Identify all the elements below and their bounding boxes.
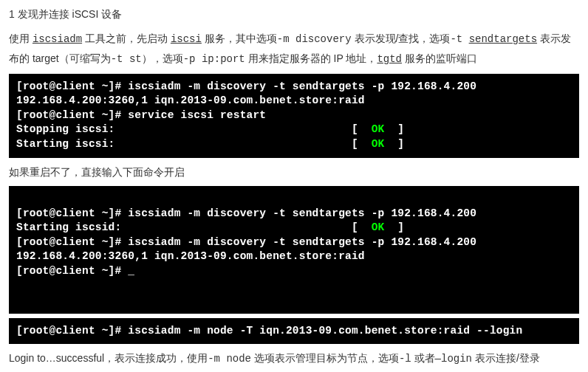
text: 表示发现/查找，选项 <box>352 32 451 44</box>
text: 工具之前，先启动 <box>82 32 171 44</box>
term-line: [root@client ~]# iscsiadm -m discovery -… <box>16 80 476 92</box>
cmd-iscsi: iscsi <box>171 33 202 45</box>
svc-tgtd: tgtd <box>377 53 402 65</box>
text: Login to…successful，表示连接成功，使用 <box>9 352 208 364</box>
term-line: ] <box>385 123 405 135</box>
opt-t-st: -t st <box>111 53 142 65</box>
status-ok: OK <box>372 221 385 233</box>
term-line <box>16 280 23 292</box>
text: 用来指定服务器的 IP 地址， <box>245 52 377 64</box>
text: 或者 <box>411 352 435 364</box>
term-line <box>16 193 23 204</box>
opt-sendtargets: sendtargets <box>469 33 537 45</box>
term-line: [root@client ~]# service iscsi restart <box>16 109 266 121</box>
term-line: ] <box>385 138 405 150</box>
opt-m-discovery: -m discovery <box>277 33 352 45</box>
opt-p-ipport: -p ip:port <box>183 53 245 65</box>
text: 服务的监听端口 <box>402 52 477 64</box>
opt-m-node: -m node <box>208 353 251 365</box>
terminal-block-3: [root@client ~]# iscsiadm -m node -T iqn… <box>9 318 579 345</box>
term-line: 192.168.4.200:3260,1 iqn.2013-09.com.ben… <box>16 250 365 262</box>
intro-paragraph: 使用 iscsiadm 工具之前，先启动 iscsi 服务，其中选项-m dis… <box>9 29 579 69</box>
opt-t: -t <box>450 33 468 45</box>
status-ok: OK <box>372 123 385 135</box>
term-line: [root@client ~]# _ <box>16 265 134 277</box>
mid-note: 如果重启不了，直接输入下面命令开启 <box>9 162 579 182</box>
footer-paragraph: Login to…successful，表示连接成功，使用-m node 选项表… <box>9 348 579 369</box>
text: 服务，其中选项 <box>202 32 277 44</box>
term-line: ] <box>385 221 405 233</box>
terminal-block-1: [root@client ~]# iscsiadm -m discovery -… <box>9 74 579 158</box>
text: 选项表示管理目标为节点，选项 <box>251 352 399 364</box>
text: ），选项 <box>142 52 183 64</box>
term-line: [root@client ~]# iscsiadm -m discovery -… <box>16 236 476 248</box>
cmd-iscsiadm: iscsiadm <box>33 33 82 45</box>
term-line: Stopping iscsi: [ <box>16 123 372 135</box>
term-line: [root@client ~]# iscsiadm -m node -T iqn… <box>16 325 522 337</box>
status-ok: OK <box>372 138 385 150</box>
term-line: Starting iscsi: [ <box>16 138 372 150</box>
term-line: Starting iscsid: [ <box>16 221 372 233</box>
terminal-block-2: [root@client ~]# iscsiadm -m discovery -… <box>9 186 579 314</box>
text: 表示连接/登录 <box>472 352 540 364</box>
text: 使用 <box>9 32 33 44</box>
term-line: 192.168.4.200:3260,1 iqn.2013-09.com.ben… <box>16 94 365 106</box>
opt-login: —login <box>435 353 472 365</box>
term-line: [root@client ~]# iscsiadm -m discovery -… <box>16 207 476 219</box>
section-heading: 1 发现并连接 iSCSI 设备 <box>9 4 579 24</box>
term-line <box>16 294 23 306</box>
opt-l: -l <box>399 353 411 365</box>
